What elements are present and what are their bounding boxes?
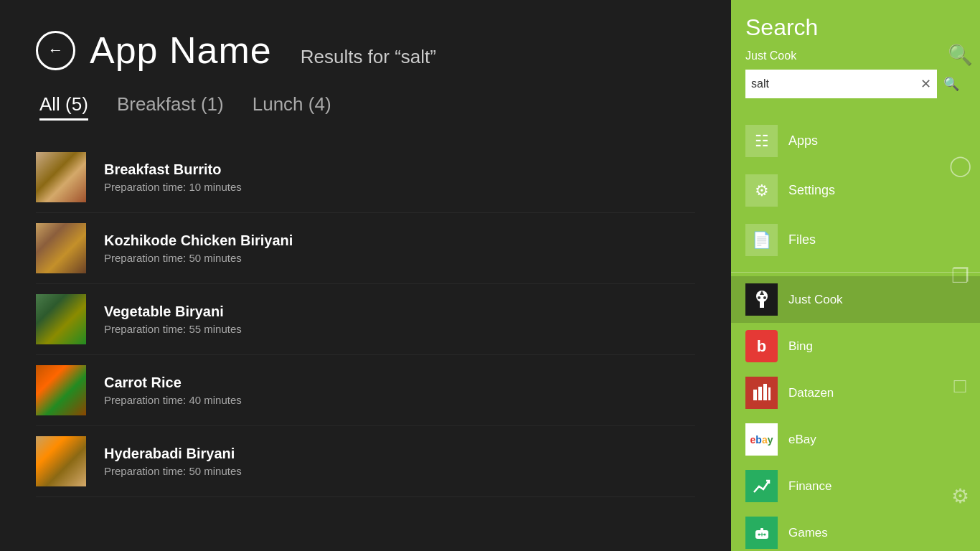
result-item-2[interactable]: Vegetable Biryani Preparation time: 55 m… [36,284,695,355]
food-thumb-2 [36,294,86,344]
ebay-icon: ebay [745,423,778,456]
app-icon-box-5 [745,517,778,549]
food-thumb-0 [36,152,86,202]
app-icon-box-0 [745,283,778,316]
result-name-0: Breakfast Burrito [104,161,242,178]
svg-rect-5 [753,390,757,400]
search-go-icon: 🔍 [943,76,959,92]
result-item-3[interactable]: Carrot Rice Preparation time: 40 minutes [36,355,695,426]
finance-icon [745,470,778,502]
app-icon-box-2 [745,377,778,409]
back-button[interactable]: ← [36,31,75,70]
app-icon-box-3: ebay [745,423,778,456]
app-list: Just Cook b Bing Datazen ebay eBay Finan… [731,276,980,551]
food-thumb-3 [36,365,86,415]
food-thumb-4 [36,436,86,486]
search-sidebar: Search Just Cook ✕ 🔍 ☷ Apps ⚙ Settings 📄 [731,0,980,551]
result-item-4[interactable]: Hyderabadi Biryani Preparation time: 50 … [36,426,695,497]
datazen-icon [745,377,778,409]
filter-tab-all[interactable]: All (5) [39,93,88,121]
svg-rect-10 [760,528,763,532]
app-name-title: App Name [90,29,272,72]
svg-rect-6 [758,387,762,400]
app-label-3: eBay [788,433,816,447]
app-item-bing[interactable]: b Bing [731,323,980,369]
filter-tab-lunch[interactable]: Lunch (4) [253,93,331,121]
category-files-label: Files [788,232,816,248]
search-input-area: ✕ 🔍 [745,70,966,98]
result-prep-0: Preparation time: 10 minutes [104,181,242,193]
result-prep-1: Preparation time: 50 minutes [104,252,293,264]
result-name-2: Vegetable Biryani [104,303,242,320]
svg-rect-2 [760,301,764,308]
result-name-4: Hyderabadi Biryani [104,446,242,462]
search-input[interactable] [745,77,915,90]
files-icon: 📄 [752,231,771,250]
result-prep-3: Preparation time: 40 minutes [104,394,242,406]
filter-tab-breakfast[interactable]: Breakfast (1) [117,93,224,121]
svg-rect-7 [763,384,767,400]
results-subtitle: Results for “salt” [301,46,436,68]
apps-icon-box: ☷ [745,125,778,157]
search-go-button[interactable]: 🔍 [937,70,966,98]
app-label-0: Just Cook [788,293,843,307]
files-icon-box: 📄 [745,224,778,256]
app-label-5: Games [788,526,828,540]
filter-tabs: All (5) Breakfast (1) Lunch (4) [36,93,695,121]
app-item-finance[interactable]: Finance [731,463,980,509]
search-header: Search Just Cook ✕ 🔍 [731,0,980,116]
app-item-just-cook[interactable]: Just Cook [731,276,980,323]
result-info-3: Carrot Rice Preparation time: 40 minutes [104,375,242,406]
app-icon-box-1: b [745,330,778,362]
category-files[interactable]: 📄 Files [731,215,980,265]
result-info-0: Breakfast Burrito Preparation time: 10 m… [104,161,242,193]
result-info-1: Kozhikode Chicken Biriyani Preparation t… [104,232,293,264]
search-panel-title: Search [745,14,966,41]
header-text: App Name Results for “salt” [90,29,436,72]
category-settings-label: Settings [788,183,835,198]
main-content: ← App Name Results for “salt” All (5) Br… [0,0,731,551]
result-info-4: Hyderabadi Biryani Preparation time: 50 … [104,446,242,477]
results-list: Breakfast Burrito Preparation time: 10 m… [36,142,695,497]
category-settings[interactable]: ⚙ Settings [731,166,980,215]
settings-icon-box: ⚙ [745,174,778,207]
app-item-ebay[interactable]: ebay eBay [731,416,980,463]
svg-rect-8 [768,387,771,400]
app-label-1: Bing [788,339,813,354]
category-apps-label: Apps [788,133,818,149]
back-arrow-icon: ← [48,41,64,60]
settings-icon: ⚙ [755,182,769,200]
app-label-2: Datazen [788,386,834,400]
svg-point-4 [763,296,766,299]
result-prep-4: Preparation time: 50 minutes [104,465,242,477]
bing-icon: b [745,330,778,362]
category-nav: ☷ Apps ⚙ Settings 📄 Files [731,116,980,273]
app-label-4: Finance [788,479,831,494]
svg-point-3 [758,296,760,299]
result-item-0[interactable]: Breakfast Burrito Preparation time: 10 m… [36,142,695,213]
category-apps[interactable]: ☷ Apps [731,116,980,166]
header-area: ← App Name Results for “salt” [36,29,695,72]
search-clear-button[interactable]: ✕ [915,76,937,92]
food-thumb-1 [36,223,86,273]
search-app-name: Just Cook [745,50,966,62]
result-name-3: Carrot Rice [104,375,242,391]
result-info-2: Vegetable Biryani Preparation time: 55 m… [104,303,242,335]
result-name-1: Kozhikode Chicken Biriyani [104,232,293,249]
result-prep-2: Preparation time: 55 minutes [104,323,242,335]
app-item-games[interactable]: Games [731,509,980,551]
app-icon-box-4 [745,470,778,502]
app-item-datazen[interactable]: Datazen [731,369,980,416]
result-item-1[interactable]: Kozhikode Chicken Biriyani Preparation t… [36,213,695,284]
games-icon [745,517,778,549]
justcook-icon [745,283,778,316]
svg-rect-14 [760,534,764,534]
apps-icon: ☷ [755,132,769,151]
